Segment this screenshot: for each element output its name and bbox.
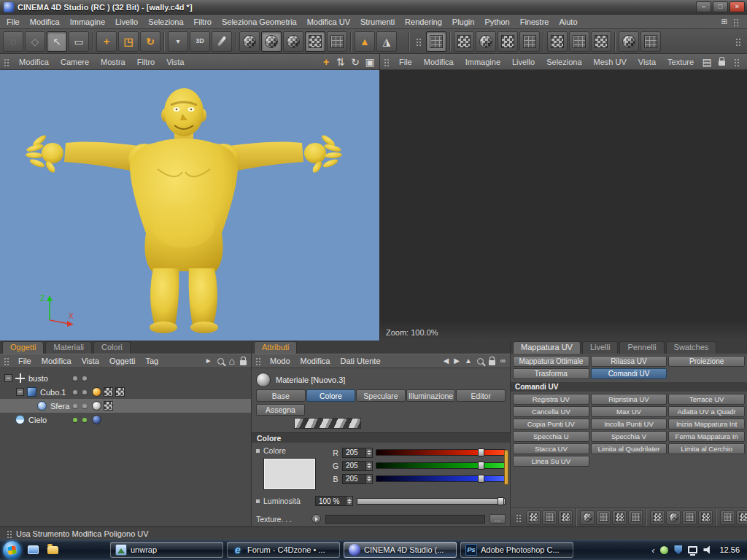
uvw-tag[interactable] — [104, 387, 113, 397]
assign-button[interactable]: Assegna — [256, 404, 305, 416]
cube-object-icon[interactable] — [27, 387, 36, 397]
sky-object-icon[interactable] — [15, 415, 25, 424]
attribute-menu-item[interactable]: Modifica — [295, 354, 336, 368]
blue-slider[interactable] — [376, 475, 506, 482]
lock-icon[interactable] — [716, 56, 727, 68]
pan-view-icon[interactable]: + — [320, 56, 332, 68]
uv-command-button[interactable]: Copia Punti UV — [513, 419, 589, 429]
lock-icon[interactable] — [489, 360, 495, 365]
channel-tab[interactable]: Illuminazione — [406, 389, 456, 402]
status-green-icon[interactable] — [660, 546, 668, 554]
stepper-up-icon[interactable] — [367, 450, 371, 452]
uv-command-button[interactable]: Ripristina UV — [591, 394, 667, 405]
tab-swatches[interactable]: Swatches — [666, 341, 717, 354]
tab-pennelli[interactable]: Pennelli — [619, 341, 664, 354]
uv-editor-tool-icon[interactable] — [519, 31, 540, 52]
uv-strip-icon[interactable] — [596, 510, 611, 525]
zoom-view-icon[interactable]: ⇅ — [335, 56, 347, 68]
uv-editor-tool-icon[interactable] — [640, 31, 661, 52]
channel-tab[interactable]: Editor — [456, 389, 506, 402]
uv-strip-icon[interactable] — [666, 510, 681, 525]
lock-icon[interactable] — [240, 360, 247, 365]
tree-item-label[interactable]: Cielo — [28, 416, 47, 424]
move-tool-icon[interactable]: + — [96, 31, 117, 52]
visibility-dot[interactable] — [82, 404, 87, 408]
rotate-view-icon[interactable]: ↻ — [349, 56, 361, 68]
uv-command-button[interactable]: Specchia V — [591, 431, 667, 442]
menu-item[interactable]: Aiuto — [554, 15, 582, 29]
uv-command-button[interactable]: Cancella UV — [513, 406, 589, 417]
stepper-down-icon[interactable] — [367, 466, 371, 468]
tool-history-icon[interactable]: ▾ — [168, 31, 188, 52]
search-icon[interactable] — [217, 358, 224, 365]
mesh-triangle-icon[interactable]: ◮ — [376, 31, 397, 52]
rectangle-selection-icon[interactable]: ▭ — [69, 31, 89, 52]
uv-menu-item[interactable]: Seleziona — [541, 55, 587, 69]
polygon-selection-icon[interactable]: ◇ — [25, 31, 45, 52]
scale-tool-icon[interactable]: ◳ — [118, 31, 139, 52]
quick-launch-icon[interactable] — [25, 542, 41, 558]
stepper[interactable] — [365, 475, 372, 483]
uv-command-button[interactable]: Inizia Mappatura Int — [668, 419, 745, 429]
stepper-down-icon[interactable] — [367, 453, 371, 455]
visibility-dot[interactable] — [82, 376, 87, 381]
show-hidden-icons-chevron[interactable]: ‹ — [651, 545, 654, 555]
collapse-toggle[interactable] — [16, 388, 24, 396]
uv-mode-button[interactable]: Proiezione — [668, 356, 745, 367]
uv-viewport-grip[interactable] — [383, 58, 390, 66]
uv-strip-icon[interactable] — [558, 510, 573, 525]
texture-sphere-icon[interactable] — [239, 31, 260, 52]
object-panel-grip[interactable] — [3, 357, 10, 365]
material-tag[interactable] — [92, 401, 101, 411]
uv-polygon-mode-icon[interactable] — [261, 31, 282, 52]
pin-triangle-icon[interactable]: ▲ — [355, 31, 375, 52]
uv-command-button[interactable]: Specchia U — [513, 431, 589, 442]
statusbar-grip[interactable] — [6, 529, 13, 538]
volume-icon[interactable] — [703, 546, 712, 554]
luminosity-input[interactable]: 100 % — [315, 496, 353, 506]
uv-strip-icon[interactable] — [736, 510, 747, 525]
uv-command-button[interactable]: Incolla Punti UV — [591, 419, 667, 429]
attribute-menu-item[interactable]: Dati Utente — [336, 354, 386, 368]
blue-value-input[interactable]: 205 — [342, 474, 373, 484]
tab-attributi[interactable]: Attributi — [254, 341, 297, 354]
up-icon[interactable]: ▲ — [465, 357, 472, 365]
uv-editor-tool-icon[interactable] — [426, 31, 446, 52]
uv-menu-item[interactable]: Livello — [506, 55, 541, 69]
menu-item[interactable]: Plugin — [447, 15, 480, 29]
green-value-input[interactable]: 205 — [342, 461, 373, 471]
stepper-up-icon[interactable] — [367, 476, 371, 478]
tab-mappatura-uv[interactable]: Mappatura UV — [513, 341, 581, 354]
uv-editor-tool-icon[interactable] — [454, 31, 474, 52]
object-menu-item[interactable]: Vista — [77, 354, 104, 368]
channel-tab[interactable]: Base — [256, 389, 306, 402]
object-menu-item[interactable]: File — [13, 354, 36, 368]
taskbar-button-browser[interactable]: e Forum - C4Dzone • ... — [227, 542, 340, 558]
texture-browse-button[interactable]: ... — [489, 514, 506, 524]
menu-item[interactable]: Filtro — [189, 15, 217, 29]
uv-menu-item[interactable]: File — [393, 55, 418, 69]
security-shield-icon[interactable] — [674, 545, 682, 554]
uv-command-button[interactable]: Terrace UV — [668, 394, 745, 405]
uv-strip-icon[interactable] — [580, 510, 595, 525]
tree-item-cielo[interactable]: Cielo — [0, 413, 251, 427]
material-preview-sphere[interactable] — [256, 373, 271, 387]
uv-toolbar-grip[interactable] — [415, 37, 422, 46]
visibility-dot[interactable] — [73, 404, 77, 408]
tree-item-label[interactable]: Cubo.1 — [40, 388, 66, 397]
tree-item-cubo[interactable]: Cubo.1 — [0, 385, 251, 399]
null-object-icon[interactable] — [15, 373, 25, 383]
uv-strip-icon[interactable] — [526, 510, 541, 525]
uv-menu-item[interactable]: Mesh UV — [588, 55, 632, 69]
texture-preview[interactable] — [294, 418, 361, 429]
uv-menu-item[interactable]: Immagine — [460, 55, 506, 69]
green-slider[interactable] — [376, 462, 506, 469]
uv-command-button[interactable]: Max UV — [591, 406, 667, 417]
uv-mode-button[interactable]: Mappatura Ottimale — [513, 356, 589, 367]
taskbar-button-cinema4d[interactable]: CINEMA 4D Studio (... — [344, 542, 457, 558]
uv-command-button[interactable]: Ferma Mappatura In — [668, 431, 745, 442]
texture-path-field[interactable] — [325, 515, 485, 524]
slider-handle[interactable] — [478, 475, 484, 483]
live-selection-icon[interactable]: ↖ — [47, 31, 67, 52]
uv-mode-button[interactable]: Trasforma — [513, 368, 589, 379]
